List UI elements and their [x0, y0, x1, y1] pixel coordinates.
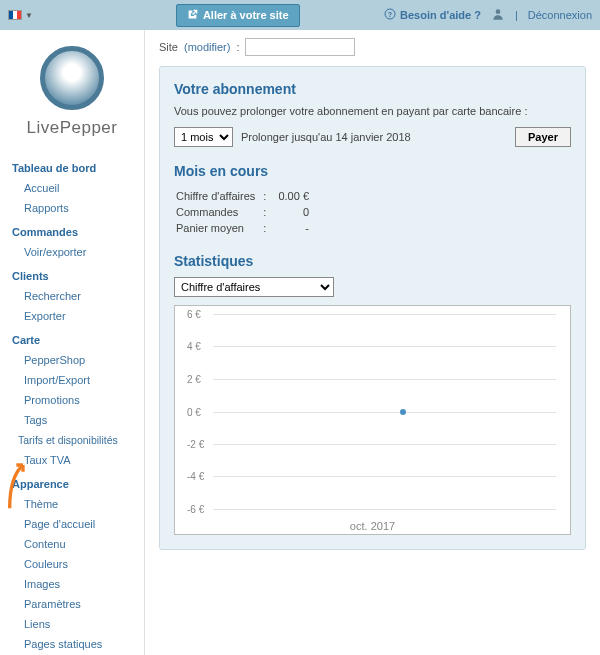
- help-link[interactable]: ? Besoin d'aide ?: [384, 8, 481, 22]
- logo-text: LivePepper: [0, 118, 144, 138]
- go-to-site-label: Aller à votre site: [203, 9, 289, 21]
- sidebar-item-liens[interactable]: Liens: [0, 614, 144, 634]
- help-icon: ?: [384, 8, 396, 22]
- table-row: Chiffre d'affaires : 0.00 €: [176, 189, 315, 203]
- chart-ytick: 4 €: [187, 341, 201, 352]
- svg-point-2: [496, 9, 501, 14]
- chart-ytick: -4 €: [187, 471, 204, 482]
- pay-button[interactable]: Payer: [515, 127, 571, 147]
- sidebar-item-images[interactable]: Images: [0, 574, 144, 594]
- stats-chart: 6 € 4 € 2 € 0 € -2 € -4 € -6 € oct.: [174, 305, 571, 535]
- nav-section-dashboard[interactable]: Tableau de bord: [0, 154, 144, 178]
- colon: :: [236, 41, 239, 53]
- language-selector[interactable]: ▼: [8, 10, 33, 20]
- stat-label: Chiffre d'affaires: [176, 189, 261, 203]
- chart-datapoint: [400, 409, 406, 415]
- sidebar-item-exporter[interactable]: Exporter: [0, 306, 144, 326]
- nav-section-clients[interactable]: Clients: [0, 262, 144, 286]
- chart-ytick: -2 €: [187, 438, 204, 449]
- nav-section-apparence[interactable]: Apparence: [0, 470, 144, 494]
- sidebar-item-tarifs[interactable]: Tarifs et disponibilités: [0, 430, 144, 450]
- subscription-desc: Vous pouvez prolonger votre abonnement e…: [174, 105, 571, 117]
- separator: |: [515, 9, 518, 21]
- sidebar-item-tags[interactable]: Tags: [0, 410, 144, 430]
- site-row: Site (modifier) :: [159, 38, 586, 56]
- sidebar-item-theme[interactable]: Thème: [0, 494, 144, 514]
- sidebar-item-contenu[interactable]: Contenu: [0, 534, 144, 554]
- stat-value: -: [278, 221, 315, 235]
- chart-xtick: oct. 2017: [350, 520, 395, 532]
- chart-ytick: 2 €: [187, 373, 201, 384]
- table-row: Commandes : 0: [176, 205, 315, 219]
- sidebar-item-page-accueil[interactable]: Page d'accueil: [0, 514, 144, 534]
- nav-section-commandes[interactable]: Commandes: [0, 218, 144, 242]
- chart-plot-area: 6 € 4 € 2 € 0 € -2 € -4 € -6 €: [183, 314, 562, 509]
- sidebar-item-pages-statiques[interactable]: Pages statiques: [0, 634, 144, 654]
- chart-ytick: -6 €: [187, 504, 204, 515]
- logout-link[interactable]: Déconnexion: [528, 9, 592, 21]
- stat-label: Panier moyen: [176, 221, 261, 235]
- nav-section-carte[interactable]: Carte: [0, 326, 144, 350]
- topbar-right: ? Besoin d'aide ? | Déconnexion: [384, 7, 592, 23]
- flag-fr-icon: [8, 10, 22, 20]
- dashboard-panel: Votre abonnement Vous pouvez prolonger v…: [159, 66, 586, 550]
- stat-value: 0.00 €: [278, 189, 315, 203]
- sidebar-item-peppershop[interactable]: PepperShop: [0, 350, 144, 370]
- topbar: ▼ Aller à votre site ? Besoin d'aide ? |…: [0, 0, 600, 30]
- subscription-heading: Votre abonnement: [174, 81, 571, 97]
- chart-ytick: 0 €: [187, 406, 201, 417]
- go-to-site-button[interactable]: Aller à votre site: [176, 4, 300, 27]
- sidebar-item-import-export[interactable]: Import/Export: [0, 370, 144, 390]
- logo-icon: [40, 46, 104, 110]
- site-input[interactable]: [245, 38, 355, 56]
- main-content: Site (modifier) : Votre abonnement Vous …: [145, 30, 600, 655]
- sidebar-item-rapports[interactable]: Rapports: [0, 198, 144, 218]
- current-month-heading: Mois en cours: [174, 163, 571, 179]
- chart-ytick: 6 €: [187, 309, 201, 320]
- sidebar-item-promotions[interactable]: Promotions: [0, 390, 144, 410]
- sidebar-item-accueil[interactable]: Accueil: [0, 178, 144, 198]
- sidebar-item-rechercher[interactable]: Rechercher: [0, 286, 144, 306]
- current-month-table: Chiffre d'affaires : 0.00 € Commandes : …: [174, 187, 317, 237]
- user-icon[interactable]: [491, 7, 505, 23]
- sidebar-item-voir-exporter[interactable]: Voir/exporter: [0, 242, 144, 262]
- stats-heading: Statistiques: [174, 253, 571, 269]
- table-row: Panier moyen : -: [176, 221, 315, 235]
- site-label: Site: [159, 41, 178, 53]
- subscription-prolong-text: Prolonger jusqu'au 14 janvier 2018: [241, 131, 507, 143]
- stats-metric-select[interactable]: Chiffre d'affaires: [174, 277, 334, 297]
- logo: LivePepper: [0, 38, 144, 154]
- site-modify-link[interactable]: (modifier): [184, 41, 230, 53]
- svg-text:?: ?: [388, 11, 392, 18]
- chevron-down-icon: ▼: [25, 11, 33, 20]
- stat-value: 0: [278, 205, 315, 219]
- help-label: Besoin d'aide ?: [400, 9, 481, 21]
- subscription-duration-select[interactable]: 1 mois: [174, 127, 233, 147]
- sidebar-item-couleurs[interactable]: Couleurs: [0, 554, 144, 574]
- sidebar: LivePepper Tableau de bord Accueil Rappo…: [0, 30, 145, 655]
- sidebar-item-parametres[interactable]: Paramètres: [0, 594, 144, 614]
- sidebar-item-taux-tva[interactable]: Taux TVA: [0, 450, 144, 470]
- stat-label: Commandes: [176, 205, 261, 219]
- external-link-icon: [187, 9, 198, 22]
